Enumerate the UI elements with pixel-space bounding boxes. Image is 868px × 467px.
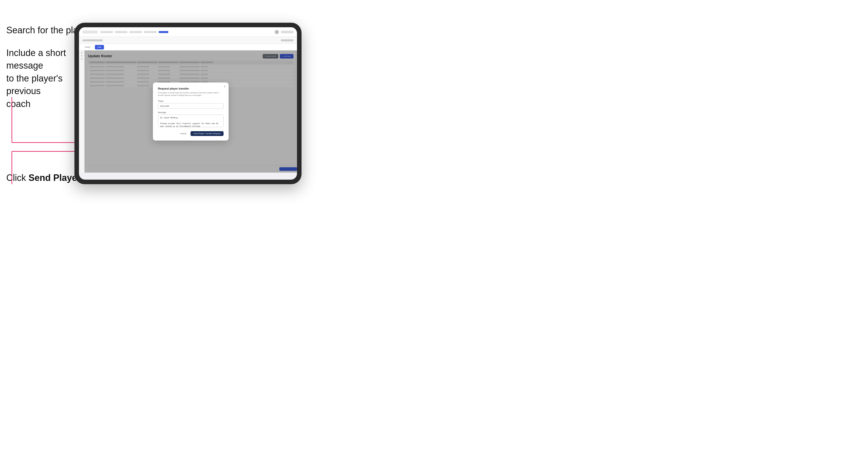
- sub-header: [79, 37, 297, 44]
- main-panel: Update Roster + Add to Roster + Add Play…: [85, 51, 297, 173]
- tablet-screen: Roster Stats Update Roster + Add to Rost…: [79, 27, 297, 180]
- player-field-label: Player: [158, 100, 223, 102]
- app-header: [79, 27, 297, 37]
- nav-item-3[interactable]: [129, 31, 142, 33]
- header-right: [275, 30, 293, 34]
- modal-close-button[interactable]: ×: [224, 85, 225, 88]
- nav-item-active[interactable]: [159, 31, 168, 33]
- message-field-label: Message: [158, 111, 223, 114]
- send-transfer-button[interactable]: Send Player Transfer Request: [190, 131, 223, 136]
- sidebar: [79, 51, 85, 173]
- annotation-message: Include a short message to the player's …: [6, 47, 77, 110]
- modal-overlay: × Request player transfer If the player …: [85, 51, 297, 173]
- cancel-button[interactable]: Cancel: [178, 131, 188, 136]
- content-area: Update Roster + Add to Roster + Add Play…: [79, 51, 297, 173]
- sidebar-dot-3: [81, 58, 83, 60]
- tab-stats[interactable]: Stats: [95, 45, 104, 50]
- nav-items: [100, 31, 272, 33]
- sidebar-dot-1: [81, 52, 83, 54]
- modal-title: Request player transfer: [158, 87, 223, 90]
- app-logo: [83, 31, 98, 34]
- nav-item-2[interactable]: [115, 31, 127, 33]
- sidebar-dot-2: [81, 55, 83, 57]
- nav-item-1[interactable]: [100, 31, 113, 33]
- tabs-bar: Roster Stats: [79, 44, 297, 51]
- modal-footer: Cancel Send Player Transfer Request: [158, 131, 223, 136]
- tab-roster[interactable]: Roster: [83, 45, 93, 50]
- player-search-input[interactable]: [158, 103, 223, 109]
- message-textarea[interactable]: Hi Coach McHarg, Please accept this tran…: [158, 115, 223, 127]
- request-transfer-modal: × Request player transfer If the player …: [153, 83, 228, 141]
- nav-item-4[interactable]: [144, 31, 157, 33]
- modal-description: If the player is transferring from anoth…: [158, 92, 223, 97]
- header-avatar: [275, 30, 279, 34]
- tablet-device: Roster Stats Update Roster + Add to Rost…: [74, 23, 302, 184]
- breadcrumb: [83, 39, 103, 41]
- sub-header-right: [281, 39, 293, 41]
- header-btn[interactable]: [281, 31, 293, 33]
